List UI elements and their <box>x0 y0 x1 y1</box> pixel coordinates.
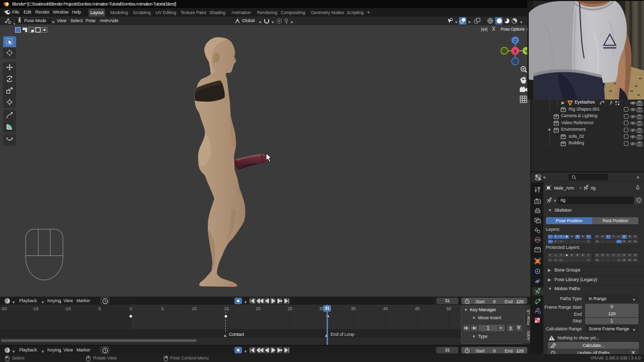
svg-text:Z: Z <box>514 38 517 43</box>
svg-text:X: X <box>514 49 517 54</box>
